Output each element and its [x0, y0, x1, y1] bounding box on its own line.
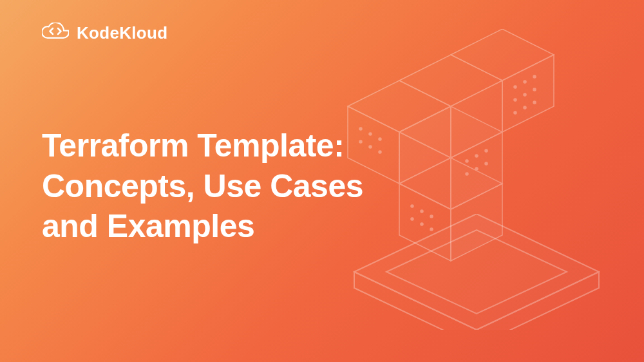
- svg-point-1: [369, 133, 372, 135]
- svg-point-26: [430, 228, 433, 231]
- svg-point-25: [421, 223, 423, 225]
- svg-point-7: [524, 81, 526, 83]
- svg-point-24: [411, 218, 413, 220]
- svg-point-8: [533, 75, 536, 78]
- svg-point-10: [524, 93, 526, 96]
- title-area: Terraform Template: Concepts, Use Cases …: [42, 126, 363, 247]
- title-line-1: Terraform Template:: [42, 128, 344, 164]
- svg-point-5: [379, 151, 381, 153]
- svg-point-11: [533, 88, 536, 91]
- svg-point-23: [430, 215, 433, 218]
- svg-point-20: [485, 162, 488, 165]
- svg-point-14: [533, 101, 536, 104]
- cloud-code-icon: [42, 23, 69, 43]
- title-line-3: and Examples: [42, 208, 254, 244]
- title-line-2: Concepts, Use Cases: [42, 168, 363, 204]
- svg-point-19: [475, 167, 478, 170]
- svg-point-13: [524, 106, 526, 109]
- page-title: Terraform Template: Concepts, Use Cases …: [42, 126, 363, 247]
- svg-point-16: [475, 155, 478, 157]
- svg-point-22: [421, 210, 423, 213]
- svg-point-4: [369, 146, 372, 148]
- svg-point-6: [514, 86, 516, 88]
- svg-point-21: [411, 205, 413, 207]
- brand-name: KodeKloud: [77, 23, 167, 43]
- svg-point-12: [514, 111, 516, 114]
- svg-point-2: [379, 138, 381, 140]
- svg-point-9: [514, 99, 516, 101]
- svg-point-15: [466, 160, 468, 162]
- svg-point-17: [485, 149, 488, 152]
- header: KodeKloud: [42, 23, 167, 43]
